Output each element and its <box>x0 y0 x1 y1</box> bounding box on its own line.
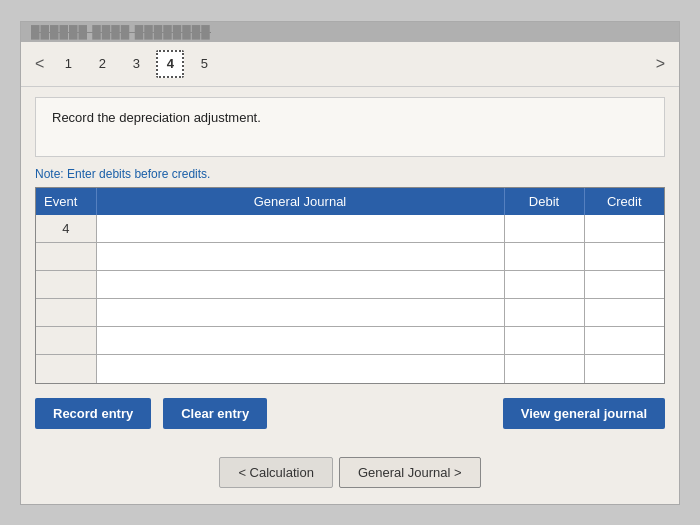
calculation-nav-button[interactable]: < Calculation <box>219 457 333 488</box>
gj-input-6[interactable] <box>96 355 504 383</box>
record-entry-button[interactable]: Record entry <box>35 398 151 429</box>
gj-input-4[interactable] <box>96 299 504 327</box>
credit-field-3[interactable] <box>589 277 661 292</box>
general-journal-nav-button[interactable]: General Journal > <box>339 457 481 488</box>
journal-table: Event General Journal Debit Credit 4 <box>36 188 664 383</box>
bottom-nav: < Calculation General Journal > <box>21 443 679 504</box>
credit-field-4[interactable] <box>589 305 661 320</box>
credit-field-6[interactable] <box>589 361 661 376</box>
gj-field-4[interactable] <box>101 305 500 320</box>
gj-field-3[interactable] <box>101 277 500 292</box>
page-5[interactable]: 5 <box>190 50 218 78</box>
table-row <box>36 355 664 383</box>
journal-table-wrapper: Event General Journal Debit Credit 4 <box>35 187 665 384</box>
gj-field-6[interactable] <box>101 361 500 376</box>
col-header-general-journal: General Journal <box>96 188 504 215</box>
credit-field-5[interactable] <box>589 333 661 348</box>
gj-input-3[interactable] <box>96 271 504 299</box>
table-row <box>36 327 664 355</box>
debit-field-5[interactable] <box>509 333 580 348</box>
action-buttons-row: Record entry Clear entry View general jo… <box>21 384 679 443</box>
clear-entry-button[interactable]: Clear entry <box>163 398 267 429</box>
debit-field-1[interactable] <box>509 221 580 236</box>
note-text: Note: Enter debits before credits. <box>35 167 665 181</box>
page-4[interactable]: 4 <box>156 50 184 78</box>
table-row <box>36 299 664 327</box>
credit-input-4[interactable] <box>584 299 664 327</box>
event-cell-1: 4 <box>36 215 96 243</box>
col-header-debit: Debit <box>504 188 584 215</box>
debit-input-3[interactable] <box>504 271 584 299</box>
debit-field-6[interactable] <box>509 361 580 376</box>
table-row <box>36 271 664 299</box>
header-title: ██████ ████ ████████ <box>31 25 211 39</box>
gj-input-2[interactable] <box>96 243 504 271</box>
debit-input-1[interactable] <box>504 215 584 243</box>
credit-input-5[interactable] <box>584 327 664 355</box>
table-row: 4 <box>36 215 664 243</box>
col-header-event: Event <box>36 188 96 215</box>
header-stripe: ██████ ████ ████████ <box>21 22 679 42</box>
debit-field-2[interactable] <box>509 249 580 264</box>
gj-field-5[interactable] <box>101 333 500 348</box>
event-cell-3 <box>36 271 96 299</box>
page-1[interactable]: 1 <box>54 50 82 78</box>
debit-field-3[interactable] <box>509 277 580 292</box>
instruction-text: Record the depreciation adjustment. <box>52 110 261 125</box>
gj-field-2[interactable] <box>101 249 500 264</box>
debit-input-4[interactable] <box>504 299 584 327</box>
gj-input-5[interactable] <box>96 327 504 355</box>
instruction-box: Record the depreciation adjustment. <box>35 97 665 157</box>
credit-field-2[interactable] <box>589 249 661 264</box>
col-header-credit: Credit <box>584 188 664 215</box>
credit-input-6[interactable] <box>584 355 664 383</box>
debit-field-4[interactable] <box>509 305 580 320</box>
debit-input-2[interactable] <box>504 243 584 271</box>
gj-input-1[interactable] <box>96 215 504 243</box>
page-2[interactable]: 2 <box>88 50 116 78</box>
view-general-journal-button[interactable]: View general journal <box>503 398 665 429</box>
event-cell-6 <box>36 355 96 383</box>
credit-input-2[interactable] <box>584 243 664 271</box>
prev-page-button[interactable]: < <box>31 55 48 73</box>
event-cell-2 <box>36 243 96 271</box>
pagination-nav: < 1 2 3 4 5 > <box>21 42 679 87</box>
gj-field-1[interactable] <box>101 221 500 236</box>
credit-input-1[interactable] <box>584 215 664 243</box>
event-cell-5 <box>36 327 96 355</box>
next-page-button[interactable]: > <box>652 55 669 73</box>
table-row <box>36 243 664 271</box>
debit-input-6[interactable] <box>504 355 584 383</box>
page-3[interactable]: 3 <box>122 50 150 78</box>
credit-field-1[interactable] <box>589 221 661 236</box>
debit-input-5[interactable] <box>504 327 584 355</box>
event-cell-4 <box>36 299 96 327</box>
credit-input-3[interactable] <box>584 271 664 299</box>
